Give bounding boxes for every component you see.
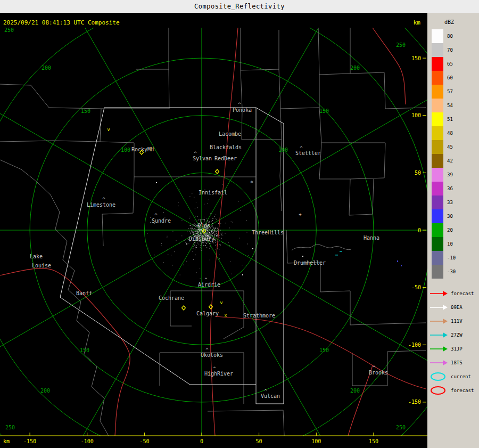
colorbar-level-36: 36 [432, 182, 479, 196]
colorbar-value-label: 51 [447, 117, 453, 122]
colorbar-level-54: 54 [432, 99, 479, 112]
colorbar-level-70: 70 [432, 43, 479, 57]
cyan-echo-speck [340, 251, 342, 252]
town-caret-marker: ^ [205, 347, 209, 353]
town-caret-marker: ^ [194, 151, 197, 156]
colorbar-level-60: 60 [432, 71, 479, 85]
range-label-150: 150 [80, 347, 89, 353]
blue-echo-speck [401, 265, 402, 266]
range-label-200: 200 [40, 388, 50, 394]
x-axis-tick-label: 0 [200, 438, 203, 444]
colorbar-level-42: 42 [432, 154, 479, 168]
point-marker-dot [252, 248, 253, 249]
y-axis-unit-label: km [414, 19, 421, 26]
point-marker-dot [186, 243, 187, 245]
range-label-250: 250 [396, 425, 406, 430]
y-axis-tick-label: -150 [408, 399, 421, 405]
colorbar-level-45: 45 [432, 140, 479, 154]
range-label-250: 250 [5, 425, 15, 430]
city-label-olds: Olds [197, 223, 210, 229]
yellow-vee-marker: v [220, 300, 222, 305]
legend-arrow-icon [430, 344, 449, 354]
city-label-drumheller: Drumheller [294, 260, 326, 266]
legend-arrow-icon [430, 316, 449, 326]
city-label-limestone: Limestone [87, 202, 115, 208]
colorbar-swatch [432, 112, 443, 126]
legend-item-current: current [430, 370, 479, 384]
colorbar-value-label: 45 [447, 144, 453, 150]
timestamp: 2025/09/21 08:41:13 UTC Composite [3, 19, 120, 26]
colorbar-swatch [432, 85, 443, 99]
x-axis-tick-label: -150 [23, 438, 36, 444]
city-label-strathmore: Strathmore [243, 313, 275, 319]
range-label-250: 250 [396, 42, 406, 48]
legend-label: forecast [451, 291, 474, 296]
range-label-150: 150 [319, 347, 329, 353]
colorbar-swatch [432, 223, 443, 237]
radar-viewer-window: 2502001501002502001501001502002501502002… [0, 0, 479, 448]
legend-item-18TS: 18TS [430, 356, 479, 370]
colorbar-value-label: 30 [447, 214, 453, 219]
city-label-banff: Banff [76, 290, 92, 296]
town-caret-marker: ^ [238, 102, 241, 107]
legend-ellipse-icon [430, 386, 449, 395]
legend-arrow-icon [430, 289, 449, 298]
radar-map[interactable]: 2502001501002502001501001502002501502002… [0, 0, 427, 448]
point-marker-dot [242, 274, 243, 275]
colorbar-swatch [432, 154, 443, 168]
colorbar-level-80: 80 [432, 29, 479, 43]
colorbar-level-48: 48 [432, 126, 479, 140]
colorbar-value-label: 65 [447, 61, 453, 67]
city-label-ponoka: Ponoka [233, 107, 252, 113]
city-label-louise: Louise [32, 263, 51, 268]
legend-label: current [451, 374, 471, 379]
asterisk-marker: * [250, 180, 253, 186]
colorbar-value-label: -30 [447, 269, 456, 274]
colorbar-level--30: -30 [432, 265, 479, 279]
colorbar-value-label: 39 [447, 172, 453, 177]
colorbar-swatch [432, 140, 443, 154]
legend-item-forecast: forecast [430, 287, 479, 300]
city-label-blackfalds: Blackfalds [210, 144, 242, 150]
range-label-200: 200 [350, 388, 360, 394]
legend-label: 111V [451, 319, 463, 324]
side-panel: dBZ 80706560575451484542393633302010-10-… [427, 13, 479, 448]
city-label-sundre: Sundre [152, 218, 171, 224]
city-label-lacombe: Lacombe [219, 131, 241, 137]
city-label-okotoks: Okotoks [201, 352, 223, 358]
storm-legend: forecast09EA111V27ZW31JP18TScurrentforec… [430, 287, 479, 397]
range-label-100: 100 [121, 147, 130, 153]
colorbar-swatch [432, 209, 443, 223]
colorbar-value-label: 57 [447, 89, 453, 94]
window-title: Composite_Reflectivity [194, 3, 285, 10]
colorbar-level-30: 30 [432, 209, 479, 223]
colorbar-value-label: 70 [447, 47, 453, 53]
legend-arrow-icon [430, 303, 449, 312]
x-axis-tick-label: -50 [139, 438, 149, 444]
x-axis-tick-label: 50 [256, 438, 262, 444]
colorbar-level-51: 51 [432, 112, 479, 126]
colorbar-value-label: 60 [447, 75, 453, 80]
colorbar-swatch [432, 196, 443, 209]
range-label-100: 100 [278, 147, 288, 153]
colorbar-value-label: 33 [447, 200, 453, 205]
city-label-lake: Lake [30, 254, 43, 259]
range-label-150: 150 [81, 108, 90, 114]
cyan-echo-speck [335, 255, 338, 256]
town-caret-marker: ^ [154, 213, 158, 218]
colorbar-value-label: -10 [447, 255, 456, 260]
colorbar-swatch [432, 182, 443, 196]
legend-arrow-icon [430, 358, 449, 368]
blue-echo-speck [397, 260, 398, 262]
city-label-hanna: Hanna [364, 235, 379, 241]
colorbar-level-57: 57 [432, 85, 479, 99]
range-label-150: 150 [319, 108, 329, 114]
legend-label: 31JP [451, 346, 463, 352]
colorbar-level-39: 39 [432, 168, 479, 182]
legend-item-forecast: forecast [430, 384, 479, 397]
legend-item-09EA: 09EA [430, 300, 479, 314]
yellow-vee-marker: v [107, 127, 110, 132]
colorbar-value-label: 54 [447, 103, 453, 108]
legend-item-31JP: 31JP [430, 342, 479, 356]
town-caret-marker: ^ [300, 145, 303, 151]
